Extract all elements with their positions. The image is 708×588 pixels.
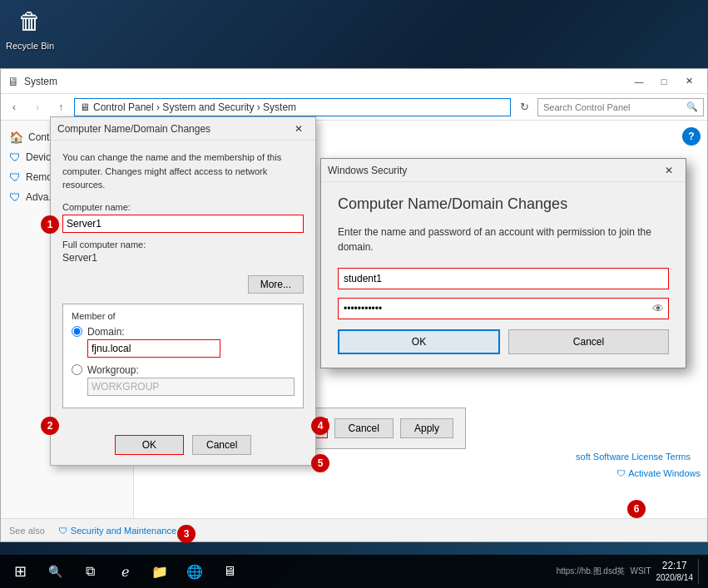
- dialog-close-button[interactable]: ✕: [289, 121, 309, 137]
- password-input[interactable]: [338, 298, 669, 319]
- username-input[interactable]: [338, 268, 669, 289]
- taskbar-icons: ⧉ ℯ 📁 🌐 🖥: [73, 555, 246, 588]
- bg-dialog-cancel-button[interactable]: Cancel: [334, 418, 394, 438]
- domain-input[interactable]: [87, 339, 220, 358]
- workgroup-radio-row: Workgroup:: [72, 364, 295, 396]
- step-badge-5: 5: [311, 454, 329, 472]
- help-button[interactable]: ?: [682, 127, 701, 146]
- search-box[interactable]: 🔍: [537, 98, 704, 116]
- activate-windows-link[interactable]: 🛡 Activate Windows: [616, 468, 701, 478]
- security-description: Enter the name and password of an accoun…: [338, 225, 669, 254]
- address-path[interactable]: 🖥 Control Panel › System and Security › …: [74, 98, 511, 116]
- workgroup-radio-label: Workgroup:: [87, 364, 295, 376]
- dialog-titlebar: Computer Name/Domain Changes ✕: [51, 117, 315, 141]
- taskbar-clock: 22:17 2020/8/14: [656, 559, 694, 585]
- control-panel-icon: 🏠: [9, 131, 23, 144]
- refresh-button[interactable]: ↻: [514, 97, 534, 117]
- start-button[interactable]: ⊞: [0, 555, 40, 588]
- security-close-button[interactable]: ✕: [659, 162, 679, 179]
- security-titlebar: Windows Security ✕: [321, 159, 686, 182]
- full-name-label: Full computer name:: [62, 240, 304, 250]
- advanced-icon: 🛡: [9, 190, 21, 204]
- security-heading: Computer Name/Domain Changes: [338, 195, 669, 213]
- window-title-text: System: [24, 76, 622, 87]
- taskbar-time-value: 22:17: [656, 559, 694, 573]
- system-window-icon: 🖥: [7, 75, 19, 88]
- step-badge-2: 2: [41, 417, 59, 435]
- window-titlebar: 🖥 System — □ ✕: [1, 69, 707, 94]
- taskbar-right: https://hb.图.dsd英 WSIT 22:17 2020/8/14: [557, 559, 708, 585]
- remote-icon: 🛡: [9, 170, 21, 184]
- up-button[interactable]: ↑: [51, 97, 71, 117]
- taskbar-search-button[interactable]: 🔍: [40, 555, 70, 588]
- desktop: 🗑 Recycle Bin 🖥 System — □ ✕ ‹ › ↑ 🖥 Con…: [0, 0, 708, 588]
- show-password-icon[interactable]: 👁: [652, 302, 664, 315]
- security-body: Computer Name/Domain Changes Enter the n…: [321, 182, 686, 368]
- breadcrumb-text: Control Panel › System and Security › Sy…: [93, 101, 296, 113]
- step-badge-1: 1: [41, 215, 59, 234]
- bg-cancel-button[interactable]: Cancel: [192, 435, 251, 455]
- ms-license-link[interactable]: soft Software License Terms: [576, 452, 691, 462]
- more-button[interactable]: More...: [248, 275, 304, 294]
- dialog-body: You can change the name and the membersh…: [51, 141, 315, 428]
- password-field-wrap: 👁: [338, 298, 669, 319]
- shield-icon: 🛡: [58, 526, 67, 536]
- bg-dialog-ok-cancel: OK Cancel: [51, 428, 315, 465]
- full-name-value: Server1: [62, 252, 304, 264]
- security-footer: OK Cancel: [338, 329, 669, 354]
- recycle-bin-icon[interactable]: 🗑 Recycle Bin: [2, 4, 57, 51]
- member-of-group: Member of Domain: Workgroup:: [62, 304, 304, 408]
- taskbar-wsit: WSIT: [631, 566, 651, 576]
- bg-ok-button[interactable]: OK: [115, 435, 184, 455]
- taskbar-date-value: 2020/8/14: [656, 572, 694, 584]
- step-badge-4: 4: [311, 417, 329, 435]
- taskbar-task-view[interactable]: ⧉: [73, 555, 106, 588]
- see-also-label: See also: [9, 526, 45, 536]
- search-icon[interactable]: 🔍: [686, 101, 698, 112]
- device-manager-icon: 🛡: [9, 151, 21, 164]
- security-title-text: Windows Security: [328, 165, 659, 176]
- taskbar-folder-icon[interactable]: 📁: [143, 555, 176, 588]
- member-of-label: Member of: [72, 311, 295, 321]
- shield-icon: 🛡: [616, 468, 626, 478]
- computer-name-input[interactable]: [62, 215, 304, 233]
- domain-radio-row: Domain:: [72, 326, 295, 358]
- taskbar-ie2-icon[interactable]: 🌐: [178, 555, 211, 588]
- bg-dialog-apply-button[interactable]: Apply: [400, 418, 453, 438]
- search-input[interactable]: [543, 102, 686, 112]
- workgroup-input[interactable]: [87, 378, 295, 396]
- security-ok-button[interactable]: OK: [338, 329, 500, 354]
- security-cancel-button[interactable]: Cancel: [508, 329, 669, 354]
- breadcrumb-icon: 🖥: [80, 101, 90, 113]
- dialog-description: You can change the name and the membersh…: [62, 151, 304, 192]
- workgroup-radio[interactable]: [72, 364, 82, 375]
- close-button[interactable]: ✕: [677, 73, 701, 90]
- windows-security-dialog: Windows Security ✕ Computer Name/Domain …: [320, 158, 686, 368]
- window-controls: — □ ✕: [627, 73, 701, 90]
- computer-name-dialog: Computer Name/Domain Changes ✕ You can c…: [50, 116, 316, 466]
- taskbar-server-icon[interactable]: 🖥: [213, 555, 246, 588]
- taskbar-ie-icon[interactable]: ℯ: [108, 555, 141, 588]
- taskbar: ⊞ 🔍 ⧉ ℯ 📁 🌐 🖥 https://hb.图.dsd英 WSIT 22:…: [0, 555, 708, 588]
- show-desktop-button[interactable]: [698, 559, 701, 584]
- maximize-button[interactable]: □: [652, 73, 676, 90]
- step-badge-6: 6: [627, 500, 646, 518]
- back-button[interactable]: ‹: [4, 97, 24, 117]
- forward-button: ›: [27, 97, 47, 117]
- taskbar-url: https://hb.图.dsd英: [557, 566, 626, 577]
- dialog-title-text: Computer Name/Domain Changes: [57, 123, 289, 135]
- minimize-button[interactable]: —: [627, 73, 651, 90]
- status-bar: See also 🛡 Security and Maintenance: [1, 518, 707, 541]
- computer-name-label: Computer name:: [62, 202, 304, 212]
- domain-radio[interactable]: [72, 326, 82, 337]
- step-badge-3: 3: [177, 525, 196, 543]
- domain-radio-label: Domain:: [87, 326, 220, 338]
- security-maintenance-link[interactable]: 🛡 Security and Maintenance: [58, 526, 176, 536]
